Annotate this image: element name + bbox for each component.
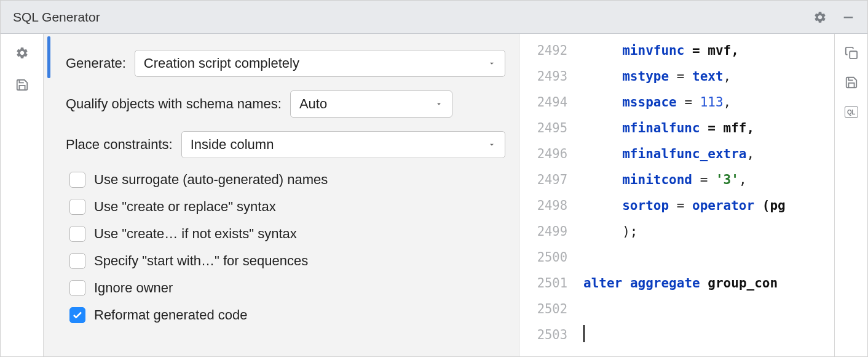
line-number: 2500 <box>519 244 567 270</box>
code-line: mfinalfunc_extra, <box>583 141 834 167</box>
checkbox-row[interactable]: Use "create… if not exists" syntax <box>66 226 505 242</box>
checkbox-row[interactable]: Ignore owner <box>66 280 505 296</box>
code-line: msspace = 113, <box>583 89 834 115</box>
checkbox-label: Ignore owner <box>94 280 173 296</box>
options-panel: Generate: Creation script completely Qua… <box>44 34 519 356</box>
code-line <box>583 244 834 270</box>
line-number: 2493 <box>519 63 567 89</box>
chevron-down-icon <box>487 55 496 71</box>
checkbox-label: Use surrogate (auto-generated) names <box>94 172 328 188</box>
generate-value: Creation script completely <box>144 55 299 71</box>
line-number: 2492 <box>519 38 567 63</box>
line-number: 2496 <box>519 141 567 167</box>
line-number: 2495 <box>519 115 567 141</box>
checkbox-row[interactable]: Use "create or replace" syntax <box>66 199 505 215</box>
svg-rect-0 <box>844 17 853 18</box>
line-number: 2502 <box>519 296 567 322</box>
checkbox-row[interactable]: Reformat generated code <box>66 307 505 323</box>
svg-rect-1 <box>850 51 857 58</box>
chevron-down-icon <box>487 137 496 153</box>
checkbox[interactable] <box>69 280 85 296</box>
code-line: mfinalfunc = mff, <box>583 115 834 141</box>
checkbox[interactable] <box>69 307 85 323</box>
active-marker <box>47 36 50 78</box>
checkbox[interactable] <box>69 172 85 188</box>
checkbox[interactable] <box>69 253 85 269</box>
code-line <box>583 322 834 348</box>
code-line <box>583 296 834 322</box>
minimize-icon[interactable] <box>840 9 856 25</box>
save-icon[interactable] <box>843 74 859 90</box>
titlebar: SQL Generator <box>1 1 867 34</box>
line-number: 2501 <box>519 270 567 296</box>
code-line: ); <box>583 219 834 244</box>
code-line: mstype = text, <box>583 63 834 89</box>
left-toolbar <box>1 34 44 356</box>
gear-icon[interactable] <box>14 45 30 61</box>
constraints-select[interactable]: Inside column <box>181 131 505 158</box>
gear-icon[interactable] <box>812 9 828 25</box>
line-number: 2499 <box>519 219 567 244</box>
right-toolbar: QL <box>834 34 867 356</box>
constraints-value: Inside column <box>191 137 274 153</box>
line-number: 2497 <box>519 167 567 193</box>
checkbox-label: Use "create… if not exists" syntax <box>94 226 297 242</box>
qualify-label: Qualify objects with schema names: <box>66 96 282 112</box>
generate-select[interactable]: Creation script completely <box>135 50 505 77</box>
checkbox-label: Use "create or replace" syntax <box>94 199 276 215</box>
code-editor[interactable]: minvfunc = mvf, mstype = text, msspace =… <box>576 34 834 356</box>
chevron-down-icon <box>435 96 443 112</box>
checkbox[interactable] <box>69 226 85 242</box>
code-line: sortop = operator (pg <box>583 193 834 219</box>
checkbox-row[interactable]: Specify "start with…" for sequences <box>66 253 505 269</box>
copy-icon[interactable] <box>843 45 859 61</box>
line-number: 2494 <box>519 89 567 115</box>
checkbox-label: Specify "start with…" for sequences <box>94 253 308 269</box>
line-number-gutter: 2492249324942495249624972498249925002501… <box>519 34 576 356</box>
constraints-label: Place constraints: <box>66 137 173 153</box>
line-number: 2498 <box>519 193 567 219</box>
checkbox-label: Reformat generated code <box>94 307 248 323</box>
qualify-select[interactable]: Auto <box>290 90 452 118</box>
checkbox[interactable] <box>69 199 85 215</box>
line-number: 2503 <box>519 322 567 348</box>
generate-label: Generate: <box>66 55 126 71</box>
window-title: SQL Generator <box>13 10 812 25</box>
ql-icon[interactable]: QL <box>843 104 859 120</box>
save-icon[interactable] <box>14 77 30 93</box>
checkbox-row[interactable]: Use surrogate (auto-generated) names <box>66 172 505 188</box>
code-line: minitcond = '3', <box>583 167 834 193</box>
code-line: minvfunc = mvf, <box>583 38 834 63</box>
code-line: alter aggregate group_con <box>583 270 834 296</box>
qualify-value: Auto <box>299 96 327 112</box>
